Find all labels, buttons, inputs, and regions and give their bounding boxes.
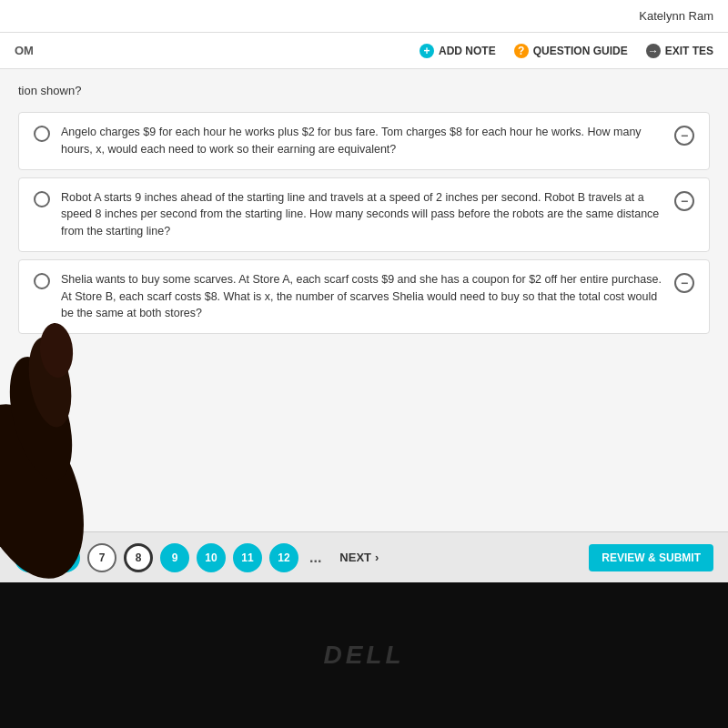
exit-icon: → <box>646 44 661 58</box>
exit-test-button[interactable]: → EXIT TES <box>646 44 713 58</box>
minus-button-2[interactable]: − <box>674 191 694 211</box>
minus-button-1[interactable]: − <box>674 126 694 146</box>
next-chevron-icon: › <box>375 551 379 564</box>
page-number-10: 10 <box>205 551 217 564</box>
page-button-10[interactable]: 10 <box>197 543 226 572</box>
page-number-6: 6 <box>63 551 69 564</box>
page-number-5: 5 <box>26 551 33 564</box>
desk-area: DELL <box>0 582 728 728</box>
page-button-6[interactable]: 6 <box>51 543 80 572</box>
next-label: NEXT <box>339 551 371 564</box>
add-note-button[interactable]: + ADD NOTE <box>420 44 496 58</box>
username: Katelynn Ram <box>639 9 713 23</box>
review-submit-button[interactable]: REVIEW & SUBMIT <box>589 544 713 571</box>
option-text-1: Angelo charges $9 for each hour he works… <box>61 124 663 158</box>
answer-option-1[interactable]: Angelo charges $9 for each hour he works… <box>18 112 710 170</box>
page-button-9[interactable]: 9 <box>160 543 189 572</box>
bottom-navigation: 5 6 7 8 9 10 11 12 ... NEXT <box>0 531 728 582</box>
radio-option-3[interactable] <box>34 273 50 289</box>
page-number-9: 9 <box>172 551 178 564</box>
page-number-7: 7 <box>99 551 106 564</box>
question-guide-label: QUESTION GUIDE <box>533 45 628 57</box>
add-note-icon: + <box>420 44 434 58</box>
exit-test-label: EXIT TES <box>665 45 713 57</box>
toolbar-left-label: OM <box>15 44 34 57</box>
toolbar: OM + ADD NOTE ? QUESTION GUIDE → EXIT TE… <box>0 33 728 69</box>
minus-button-3[interactable]: − <box>674 273 694 293</box>
radio-option-1[interactable] <box>34 126 50 142</box>
add-note-label: ADD NOTE <box>439 45 496 57</box>
main-content: tion shown? Angelo charges $9 for each h… <box>0 69 728 531</box>
radio-option-2[interactable] <box>34 191 50 207</box>
option-text-3: Shelia wants to buy some scarves. At Sto… <box>61 271 663 322</box>
page-button-8[interactable]: 8 <box>124 543 153 572</box>
page-button-5[interactable]: 5 <box>15 543 44 572</box>
option-text-2: Robot A starts 9 inches ahead of the sta… <box>61 189 663 240</box>
page-number-11: 11 <box>241 551 253 564</box>
question-prefix: tion shown? <box>18 84 81 97</box>
page-button-11[interactable]: 11 <box>233 543 262 572</box>
next-button[interactable]: NEXT › <box>339 551 379 564</box>
review-submit-label: REVIEW & SUBMIT <box>602 551 701 564</box>
page-number-8: 8 <box>136 551 142 564</box>
toolbar-right: + ADD NOTE ? QUESTION GUIDE → EXIT TES <box>420 44 713 58</box>
top-bar: Katelynn Ram <box>0 0 728 33</box>
page-button-12[interactable]: 12 <box>269 543 298 572</box>
question-header: tion shown? <box>18 84 710 97</box>
page-button-7[interactable]: 7 <box>87 543 116 572</box>
pagination-dots: ... <box>309 550 321 566</box>
dell-logo: DELL <box>323 641 404 670</box>
answer-option-2[interactable]: Robot A starts 9 inches ahead of the sta… <box>18 177 710 252</box>
question-guide-icon: ? <box>514 44 529 58</box>
answer-option-3[interactable]: Shelia wants to buy some scarves. At Sto… <box>18 259 710 334</box>
question-guide-button[interactable]: ? QUESTION GUIDE <box>514 44 628 58</box>
page-number-12: 12 <box>278 551 289 564</box>
